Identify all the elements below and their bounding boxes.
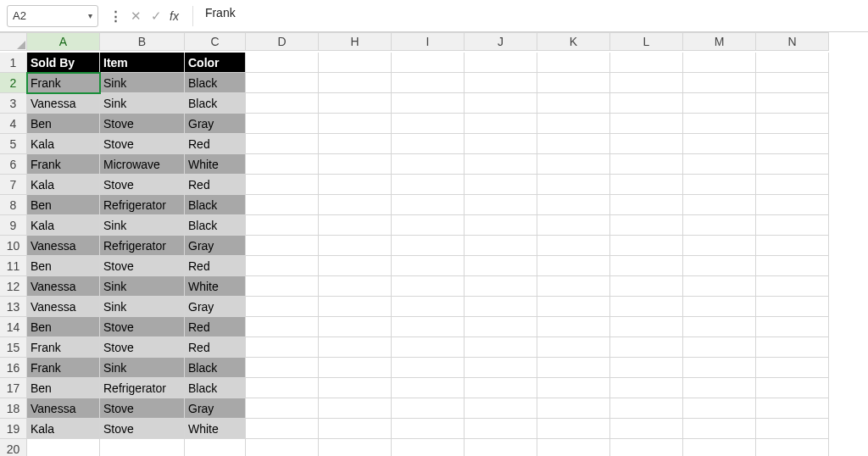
cell-J17[interactable]	[465, 378, 537, 398]
cell-K1[interactable]	[537, 53, 610, 73]
column-header-I[interactable]: I	[392, 32, 465, 51]
cell-N15[interactable]	[756, 337, 829, 358]
cell-K14[interactable]	[537, 317, 610, 337]
cell-A10[interactable]: Vanessa	[27, 236, 100, 256]
column-header-D[interactable]: D	[246, 32, 319, 51]
cell-D6[interactable]	[246, 154, 319, 175]
cell-C3[interactable]: Black	[185, 93, 246, 114]
cell-A9[interactable]: Kala	[27, 215, 100, 236]
cell-N10[interactable]	[756, 236, 829, 256]
cell-H3[interactable]	[319, 93, 392, 114]
cell-C13[interactable]: Gray	[185, 297, 246, 317]
cell-K5[interactable]	[537, 134, 610, 154]
cell-L3[interactable]	[610, 93, 683, 114]
cell-H2[interactable]	[319, 73, 392, 93]
cell-J19[interactable]	[465, 419, 537, 439]
cell-B8[interactable]: Refrigerator	[100, 195, 185, 215]
cell-L14[interactable]	[610, 317, 683, 337]
cell-M13[interactable]	[683, 297, 756, 317]
cell-J11[interactable]	[465, 256, 537, 276]
cell-C8[interactable]: Black	[185, 195, 246, 215]
cell-N14[interactable]	[756, 317, 829, 337]
cell-C11[interactable]: Red	[185, 256, 246, 276]
cell-M15[interactable]	[683, 337, 756, 358]
cell-I19[interactable]	[392, 419, 465, 439]
cell-J4[interactable]	[465, 114, 537, 134]
cell-A2[interactable]: Frank	[27, 73, 100, 93]
cell-I12[interactable]	[392, 276, 465, 297]
cell-N2[interactable]	[756, 73, 829, 93]
row-header-19[interactable]: 19	[0, 419, 27, 439]
cell-K4[interactable]	[537, 114, 610, 134]
cell-C1[interactable]: Color	[185, 53, 246, 73]
cell-H14[interactable]	[319, 317, 392, 337]
cell-B11[interactable]: Stove	[100, 256, 185, 276]
cell-I14[interactable]	[392, 317, 465, 337]
cell-B1[interactable]: Item	[100, 53, 185, 73]
select-all-corner[interactable]	[0, 32, 27, 51]
cell-I13[interactable]	[392, 297, 465, 317]
cell-H8[interactable]	[319, 195, 392, 215]
cell-M9[interactable]	[683, 215, 756, 236]
column-header-B[interactable]: B	[100, 32, 185, 51]
cell-C6[interactable]: White	[185, 154, 246, 175]
cell-B20[interactable]	[100, 439, 185, 456]
cell-H11[interactable]	[319, 256, 392, 276]
row-header-20[interactable]: 20	[0, 439, 27, 456]
cell-J20[interactable]	[465, 439, 537, 456]
cell-C2[interactable]: Black	[185, 73, 246, 93]
cell-I17[interactable]	[392, 378, 465, 398]
cell-B13[interactable]: Sink	[100, 297, 185, 317]
cell-C7[interactable]: Red	[185, 175, 246, 195]
cell-B14[interactable]: Stove	[100, 317, 185, 337]
cell-L11[interactable]	[610, 256, 683, 276]
cell-H9[interactable]	[319, 215, 392, 236]
cell-L13[interactable]	[610, 297, 683, 317]
cell-B5[interactable]: Stove	[100, 134, 185, 154]
row-header-13[interactable]: 13	[0, 297, 27, 317]
cell-L1[interactable]	[610, 53, 683, 73]
cell-J10[interactable]	[465, 236, 537, 256]
cell-K12[interactable]	[537, 276, 610, 297]
cell-K20[interactable]	[537, 439, 610, 456]
cell-M11[interactable]	[683, 256, 756, 276]
cell-I6[interactable]	[392, 154, 465, 175]
cell-K13[interactable]	[537, 297, 610, 317]
cell-J2[interactable]	[465, 73, 537, 93]
spreadsheet-grid[interactable]: ABCDHIJKLMN1Sold ByItemColor2FrankSinkBl…	[0, 32, 868, 456]
cell-B17[interactable]: Refrigerator	[100, 378, 185, 398]
cell-M12[interactable]	[683, 276, 756, 297]
cell-D13[interactable]	[246, 297, 319, 317]
cell-L6[interactable]	[610, 154, 683, 175]
column-header-J[interactable]: J	[465, 32, 537, 51]
cell-M18[interactable]	[683, 398, 756, 419]
fx-icon[interactable]: fx	[170, 9, 179, 23]
cell-J6[interactable]	[465, 154, 537, 175]
cell-N9[interactable]	[756, 215, 829, 236]
row-header-7[interactable]: 7	[0, 175, 27, 195]
cell-I10[interactable]	[392, 236, 465, 256]
row-header-17[interactable]: 17	[0, 378, 27, 398]
cell-H5[interactable]	[319, 134, 392, 154]
row-header-10[interactable]: 10	[0, 236, 27, 256]
cell-H20[interactable]	[319, 439, 392, 456]
cell-M1[interactable]	[683, 53, 756, 73]
cell-A13[interactable]: Vanessa	[27, 297, 100, 317]
row-header-9[interactable]: 9	[0, 215, 27, 236]
cell-D8[interactable]	[246, 195, 319, 215]
cell-D11[interactable]	[246, 256, 319, 276]
cell-H16[interactable]	[319, 358, 392, 378]
cell-N5[interactable]	[756, 134, 829, 154]
column-header-A[interactable]: A	[27, 32, 100, 51]
cell-I9[interactable]	[392, 215, 465, 236]
cell-M7[interactable]	[683, 175, 756, 195]
cell-I5[interactable]	[392, 134, 465, 154]
cell-I18[interactable]	[392, 398, 465, 419]
cell-I16[interactable]	[392, 358, 465, 378]
cell-H15[interactable]	[319, 337, 392, 358]
cell-D7[interactable]	[246, 175, 319, 195]
cell-A5[interactable]: Kala	[27, 134, 100, 154]
cell-K19[interactable]	[537, 419, 610, 439]
cell-A6[interactable]: Frank	[27, 154, 100, 175]
cell-C16[interactable]: Black	[185, 358, 246, 378]
